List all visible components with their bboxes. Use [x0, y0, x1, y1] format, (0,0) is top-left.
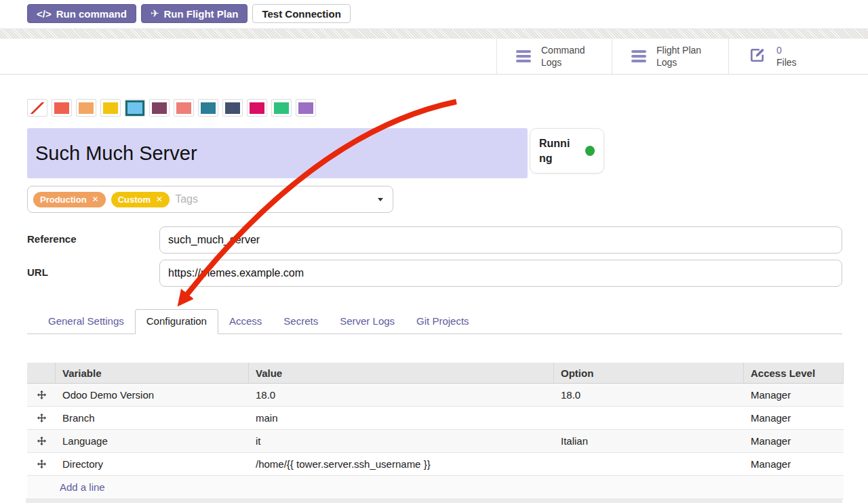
reference-input[interactable] [159, 226, 842, 254]
run-command-button[interactable]: </>Run command [27, 4, 136, 23]
status-widget[interactable]: Running [530, 128, 604, 174]
files-label: 0 Files [776, 44, 797, 68]
tags-field[interactable]: Production ✕ Custom ✕ Tags [27, 186, 393, 213]
cell-option[interactable]: Italian [554, 435, 744, 447]
column-header-access-level[interactable]: Access Level [744, 363, 844, 383]
add-line-row: Add a line [27, 476, 844, 499]
drag-handle-icon[interactable] [27, 414, 56, 422]
tab-configuration[interactable]: Configuration [135, 309, 218, 334]
color-swatch-row [27, 99, 842, 117]
color-swatch-salmon[interactable] [174, 99, 194, 117]
run-flight-plan-label: Run Flight Plan [163, 8, 238, 20]
column-header-value[interactable]: Value [249, 363, 554, 383]
server-name-input[interactable] [27, 128, 528, 178]
color-swatch-light-blue-selected[interactable] [125, 99, 145, 117]
url-field-row: URL [27, 260, 842, 287]
form-sheet: Running Production ✕ Custom ✕ Tags Refer… [0, 99, 868, 499]
tab-access[interactable]: Access [218, 310, 273, 334]
tab-git-projects[interactable]: Git Projects [406, 310, 480, 334]
drag-handle-icon[interactable] [27, 390, 56, 399]
flight-plan-logs-stat-button[interactable]: Flight Plan Logs [612, 39, 728, 74]
run-flight-plan-button[interactable]: ✈Run Flight Plan [141, 4, 248, 23]
cell-value[interactable]: 18.0 [249, 389, 554, 401]
reference-field-row: Reference [27, 226, 842, 254]
tab-server-logs[interactable]: Server Logs [329, 310, 406, 334]
color-swatch-navy[interactable] [222, 99, 243, 117]
run-command-label: Run command [56, 8, 127, 20]
command-logs-label: Command Logs [541, 44, 585, 68]
server-form-page: </>Run command ✈Run Flight Plan Test Con… [0, 0, 868, 503]
remove-tag-icon[interactable]: ✕ [92, 195, 99, 204]
remove-tag-icon[interactable]: ✕ [156, 195, 163, 204]
color-swatch-dark-purple[interactable] [149, 99, 170, 117]
tag-label: Custom [118, 195, 151, 205]
tag-label: Production [40, 195, 87, 205]
table-row[interactable]: Branch main Manager [27, 407, 844, 430]
cell-variable[interactable]: Odoo Demo Version [56, 389, 249, 401]
configuration-table: Variable Value Option Access Level Odoo … [27, 363, 844, 499]
color-swatch-violet[interactable] [296, 99, 316, 117]
table-row[interactable]: Directory /home/{{ tower.server.ssh_user… [27, 453, 844, 476]
cell-access-level[interactable]: Manager [744, 389, 844, 401]
tags-placeholder: Tags [175, 193, 198, 205]
paper-plane-icon: ✈ [151, 7, 159, 20]
test-connection-label: Test Connection [262, 8, 340, 20]
column-header-option[interactable]: Option [554, 363, 744, 383]
status-dot-icon [585, 146, 595, 156]
url-label: URL [27, 260, 159, 287]
add-a-line-link[interactable]: Add a line [60, 481, 105, 493]
drag-handle-icon[interactable] [27, 437, 56, 445]
color-swatch-raspberry[interactable] [247, 99, 267, 117]
color-swatch-red[interactable] [52, 99, 72, 117]
cell-access-level[interactable]: Manager [744, 458, 844, 470]
tag-custom[interactable]: Custom ✕ [111, 192, 170, 207]
reference-label: Reference [27, 226, 159, 254]
cell-variable[interactable]: Branch [56, 412, 249, 424]
cell-variable[interactable]: Language [56, 435, 249, 447]
cell-access-level[interactable]: Manager [744, 412, 844, 424]
test-connection-button[interactable]: Test Connection [252, 4, 350, 23]
table-header-row: Variable Value Option Access Level [27, 363, 844, 384]
handle-column-header [27, 363, 56, 383]
table-row[interactable]: Odoo Demo Version 18.0 18.0 Manager [27, 384, 844, 407]
cell-option[interactable]: 18.0 [554, 389, 744, 401]
action-toolbar: </>Run command ✈Run Flight Plan Test Con… [0, 0, 868, 23]
sheet-bottom-edge [26, 498, 842, 503]
files-stat-button[interactable]: 0 Files [728, 39, 868, 74]
list-icon [516, 50, 531, 62]
cell-value[interactable]: /home/{{ tower.server.ssh_username }} [249, 458, 554, 470]
url-input[interactable] [159, 260, 842, 287]
color-swatch-yellow[interactable] [100, 99, 121, 117]
title-row: Running [27, 128, 842, 178]
form-header-band: Command Logs Flight Plan Logs 0 Files [0, 39, 868, 75]
cell-variable[interactable]: Directory [56, 458, 249, 470]
tab-secrets[interactable]: Secrets [273, 310, 329, 334]
status-label: Running [539, 136, 574, 165]
page-background-strip [0, 28, 868, 39]
flight-plan-logs-label: Flight Plan Logs [656, 44, 701, 68]
color-swatch-none[interactable] [27, 99, 47, 117]
color-swatch-teal[interactable] [198, 99, 218, 117]
column-header-variable[interactable]: Variable [56, 363, 249, 383]
table-row[interactable]: Language it Italian Manager [27, 430, 844, 453]
list-icon [631, 50, 646, 62]
chevron-down-icon[interactable] [378, 198, 383, 201]
color-swatch-green[interactable] [271, 99, 292, 117]
tab-general-settings[interactable]: General Settings [37, 310, 135, 334]
cell-value[interactable]: main [249, 412, 554, 424]
tag-production[interactable]: Production ✕ [33, 192, 106, 207]
cell-access-level[interactable]: Manager [744, 435, 844, 447]
drag-handle-icon[interactable] [27, 460, 56, 468]
notebook-tabs: General Settings Configuration Access Se… [27, 309, 842, 334]
edit-pencil-icon [748, 46, 766, 67]
cell-value[interactable]: it [249, 435, 554, 447]
color-swatch-orange[interactable] [76, 99, 96, 117]
code-icon: </> [37, 8, 52, 20]
command-logs-stat-button[interactable]: Command Logs [496, 39, 612, 74]
